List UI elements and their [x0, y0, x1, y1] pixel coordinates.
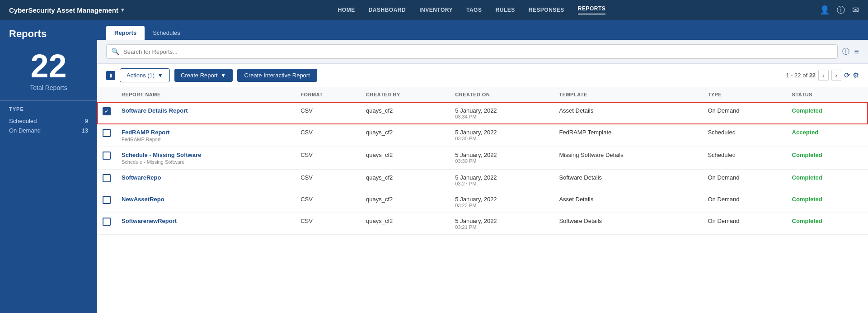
row-checkbox[interactable]: [103, 196, 111, 204]
sidebar-filter-row[interactable]: On Demand 13: [9, 126, 88, 135]
report-sub: Schedule - Missing Software: [122, 159, 290, 165]
row-checkbox[interactable]: [103, 152, 111, 160]
report-created-by: quays_cf2: [361, 213, 450, 235]
nav-item-responses[interactable]: RESPONSES: [529, 7, 564, 13]
create-report-button[interactable]: Create Report ▼: [174, 69, 233, 82]
tab-schedules[interactable]: Schedules: [145, 26, 188, 40]
report-name-link[interactable]: SoftwareRepo: [122, 174, 161, 181]
pagination-range: 1 - 22 of 22: [786, 72, 816, 79]
select-all-checkbox[interactable]: ▮: [106, 71, 115, 80]
report-status: Completed: [792, 196, 822, 203]
report-template: Software Details: [554, 170, 702, 191]
report-created-time: 03:30 PM: [455, 158, 548, 164]
report-name-link[interactable]: Schedule - Missing Software: [122, 152, 201, 158]
report-status: Completed: [792, 218, 822, 224]
table-row[interactable]: SoftwarenewReport CSVquays_cf2 5 January…: [97, 213, 868, 235]
report-template: FedRAMP Template: [554, 124, 702, 147]
report-created-time: 03:34 PM: [455, 114, 548, 119]
table-row[interactable]: NewAssetRepo CSVquays_cf2 5 January, 202…: [97, 191, 868, 213]
nav-item-rules[interactable]: RULES: [495, 7, 515, 13]
sidebar-title: Reports: [0, 20, 97, 45]
next-page-button[interactable]: ›: [831, 70, 841, 81]
report-created-date: 5 January, 2022: [455, 152, 548, 158]
report-format: CSV: [295, 102, 361, 124]
search-icon: 🔍: [111, 47, 120, 56]
sidebar-filter-row[interactable]: Scheduled 9: [9, 116, 88, 126]
report-created-time: 03:30 PM: [455, 136, 548, 141]
report-status: Completed: [792, 107, 822, 114]
report-format: CSV: [295, 191, 361, 213]
checkmark-icon: ✓: [104, 108, 109, 114]
menu-icon[interactable]: ≡: [854, 47, 859, 57]
report-template: Asset Details: [554, 102, 702, 124]
report-status: Completed: [792, 152, 822, 158]
report-created-date: 5 January, 2022: [455, 174, 548, 181]
col-header-created-by: CREATED BY: [361, 87, 450, 102]
row-checkbox[interactable]: [103, 174, 111, 182]
nav-item-tags[interactable]: TAGS: [466, 7, 482, 13]
report-template: Missing Software Details: [554, 147, 702, 170]
help-circle-icon[interactable]: ⓘ: [842, 47, 849, 57]
report-status: Completed: [792, 174, 822, 181]
nav-item-dashboard[interactable]: DASHBOARD: [369, 7, 406, 13]
main-layout: Reports 22 Total Reports TYPE Scheduled …: [0, 20, 868, 313]
table-row[interactable]: Schedule - Missing Software Schedule - M…: [97, 147, 868, 170]
col-header-checkbox: [97, 87, 116, 102]
create-report-dropdown-icon: ▼: [221, 72, 226, 79]
report-name-link[interactable]: NewAssetRepo: [122, 196, 164, 203]
help-icon[interactable]: ⓘ: [837, 5, 845, 15]
report-name-link[interactable]: SoftwarenewReport: [122, 218, 177, 224]
tab-reports[interactable]: Reports: [106, 26, 145, 40]
app-title-area[interactable]: CyberSecurity Asset Management ▾: [9, 6, 124, 14]
col-header-created-on: CREATED ON: [450, 87, 554, 102]
actions-button[interactable]: Actions (1) ▼: [120, 68, 170, 82]
prev-page-button[interactable]: ‹: [818, 70, 828, 81]
table-settings-icon[interactable]: ⚙: [853, 71, 859, 80]
col-header-report-name: REPORT NAME: [116, 87, 295, 102]
mail-icon[interactable]: ✉: [852, 5, 859, 15]
table-row[interactable]: SoftwareRepo CSVquays_cf2 5 January, 202…: [97, 170, 868, 191]
table-header: REPORT NAMEFORMATCREATED BYCREATED ONTEM…: [97, 87, 868, 102]
report-type: On Demand: [702, 191, 786, 213]
reports-table: REPORT NAMEFORMATCREATED BYCREATED ONTEM…: [97, 87, 868, 235]
report-type: On Demand: [702, 213, 786, 235]
report-created-by: quays_cf2: [361, 147, 450, 170]
nav-item-inventory[interactable]: INVENTORY: [419, 7, 453, 13]
nav-item-home[interactable]: HOME: [338, 7, 355, 13]
report-status: Accepted: [792, 129, 819, 136]
table-row[interactable]: ✓ Software Details Report CSVquays_cf2 5…: [97, 102, 868, 124]
nav-item-reports[interactable]: REPORTS: [578, 5, 606, 14]
app-title: CyberSecurity Asset Management: [9, 6, 118, 14]
search-toolbar: 🔍 ⓘ ≡: [97, 40, 868, 64]
app-dropdown-icon[interactable]: ▾: [121, 7, 124, 13]
create-interactive-report-button[interactable]: Create Interactive Report: [237, 69, 317, 82]
actions-label: Actions (1): [127, 72, 155, 79]
table-row[interactable]: FedRAMP Report FedRAMP Report CSVquays_c…: [97, 124, 868, 147]
report-format: CSV: [295, 147, 361, 170]
total-label: Total Reports: [9, 84, 88, 91]
report-template: Asset Details: [554, 191, 702, 213]
actions-bar: ▮ Actions (1) ▼ Create Report ▼ Create I…: [97, 64, 868, 87]
row-checkbox[interactable]: [103, 218, 111, 226]
sidebar-stats: 22 Total Reports: [0, 45, 97, 100]
report-created-date: 5 January, 2022: [455, 196, 548, 203]
actions-dropdown-icon: ▼: [157, 72, 163, 79]
report-created-by: quays_cf2: [361, 102, 450, 124]
sidebar-filter: TYPE Scheduled 9 On Demand 13: [0, 100, 97, 141]
filter-count: 13: [82, 127, 88, 134]
row-checkbox[interactable]: [103, 129, 111, 137]
sidebar: Reports 22 Total Reports TYPE Scheduled …: [0, 20, 97, 313]
report-type: Scheduled: [702, 147, 786, 170]
filter-name: Scheduled: [9, 118, 37, 124]
row-checkbox[interactable]: ✓: [103, 107, 111, 115]
report-name-link[interactable]: Software Details Report: [122, 107, 188, 114]
user-icon[interactable]: 👤: [820, 5, 830, 15]
content-area: ReportsSchedules 🔍 ⓘ ≡ ▮ Actions (1) ▼ C…: [97, 20, 868, 313]
create-report-label: Create Report: [181, 72, 218, 79]
search-box[interactable]: 🔍: [106, 44, 838, 59]
refresh-icon[interactable]: ⟳: [844, 71, 850, 80]
search-input[interactable]: [123, 48, 833, 55]
top-nav: CyberSecurity Asset Management ▾ HOMEDAS…: [0, 0, 868, 20]
report-name-link[interactable]: FedRAMP Report: [122, 129, 170, 136]
pagination: 1 - 22 of 22 ‹ › ⟳ ⚙: [786, 70, 859, 81]
